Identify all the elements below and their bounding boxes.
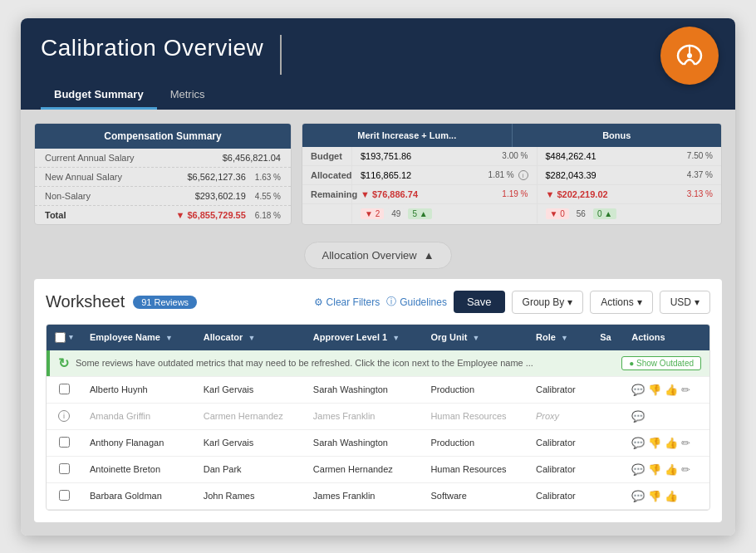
merit-remaining-row: Remaining ▼ $76,886.74 1.19 % ▼ $202,219… (302, 185, 721, 204)
merit-budget-label: Budget (302, 147, 352, 165)
merit-allocated-col2: $282,043.39 4.37 % (538, 166, 722, 185)
comp-current-label: Current Annual Salary (45, 153, 135, 163)
edit-icon-3[interactable]: ✏ (681, 463, 690, 476)
allocation-overview-toggle[interactable]: Allocation Overview ▲ (304, 242, 451, 269)
comp-nonsalary-values: $293,602.19 4.55 % (195, 191, 281, 201)
allocation-overview-bar-container: Allocation Overview ▲ (34, 235, 722, 269)
select-all-checkbox[interactable] (55, 332, 66, 343)
merit-allocated-row: Allocated $116,865.12 1.81 % i $282,043.… (302, 166, 721, 186)
merit-remaining-col1-pct: 1.19 % (502, 189, 528, 199)
cell-approver-2: Sarah Washington (305, 429, 423, 456)
cell-allocator-4: John Rames (195, 482, 305, 509)
cell-sa-3 (592, 456, 623, 482)
merit-header-row: Merit Increase + Lum... Bonus (302, 124, 721, 147)
cell-allocator-2: Karl Gervais (195, 429, 305, 456)
currency-chevron-icon: ▾ (695, 296, 700, 308)
thumb-up-icon-0[interactable]: 👍 (665, 384, 678, 396)
show-outdated-button[interactable]: ● Show Outdated (621, 356, 701, 370)
summary-section: Compensation Summary Current Annual Sala… (34, 123, 722, 225)
group-by-label: Group By (523, 296, 565, 308)
merit-remaining-col2-pct: 3.13 % (687, 189, 713, 199)
table-row: Anthony Flanagan Karl Gervais Sarah Wash… (47, 429, 709, 456)
allocation-overview-icon: ▲ (424, 249, 434, 262)
merit-budget-col1-val: $193,751.86 (361, 151, 411, 161)
comment-icon-0[interactable]: 💬 (631, 384, 645, 396)
cell-actions-3: 💬 👎 👍 ✏ (623, 456, 709, 482)
comment-icon-4[interactable]: 💬 (631, 490, 645, 502)
thumb-up-icon-2[interactable]: 👍 (665, 437, 678, 449)
row-checkbox-4[interactable] (59, 490, 70, 501)
actions-dropdown-button[interactable]: Actions ▾ (590, 291, 652, 314)
filter-approver-icon[interactable]: ▼ (392, 334, 400, 342)
thumb-down-icon-3[interactable]: 👎 (648, 463, 661, 476)
cell-actions-1: 💬 (623, 403, 709, 429)
thumb-up-icon-4[interactable]: 👍 (665, 490, 678, 502)
th-actions: Actions (623, 325, 709, 350)
logo-badge (660, 27, 719, 85)
comment-icon-1[interactable]: 💬 (631, 410, 645, 423)
cell-name-0: Alberto Huynh (81, 376, 195, 403)
comp-row-nonsalary: Non-Salary $293,602.19 4.55 % (35, 187, 291, 206)
logo-icon (673, 39, 706, 72)
merit-budget-col2-val: $484,262.41 (546, 151, 596, 161)
cell-org-3: Human Resources (422, 456, 528, 482)
group-by-button[interactable]: Group By ▾ (512, 291, 584, 314)
worksheet-header: Worksheet 91 Reviews ⚙ Clear Filters ⓘ G… (46, 291, 710, 314)
comment-icon-2[interactable]: 💬 (631, 437, 645, 449)
edit-icon-2[interactable]: ✏ (681, 437, 690, 449)
thumb-down-icon-4[interactable]: 👎 (648, 490, 661, 502)
filter-role-icon[interactable]: ▼ (561, 334, 568, 342)
table-row: Antoinette Breton Dan Park Carmen Hernan… (47, 456, 709, 482)
table-header-row: ▾ Employee Name ▼ Allocator ▼ (47, 325, 709, 350)
cell-role-1: Proxy (528, 403, 592, 429)
employee-table: ▾ Employee Name ▼ Allocator ▼ (47, 325, 709, 510)
merit-col1-header: Merit Increase + Lum... (302, 124, 513, 147)
cell-allocator-0: Karl Gervais (195, 376, 305, 403)
comment-icon-3[interactable]: 💬 (631, 463, 645, 476)
cell-approver-0: Sarah Washington (305, 376, 423, 403)
merit-budget-col2-pct: 7.50 % (687, 151, 713, 161)
row-checkbox-2[interactable] (59, 437, 70, 448)
thumb-up-icon-3[interactable]: 👍 (665, 463, 678, 476)
cell-name-4: Barbara Goldman (81, 482, 195, 509)
merit-allocated-col1-val: $116,865.12 (361, 170, 411, 180)
currency-button[interactable]: USD ▾ (660, 291, 710, 314)
thumb-down-icon-0[interactable]: 👎 (648, 384, 661, 396)
th-employee-name: Employee Name ▼ (81, 325, 195, 350)
merit-remaining-col2: ▼ $202,219.02 3.13 % (538, 185, 722, 203)
edit-icon-0[interactable]: ✏ (681, 384, 690, 396)
th-allocator: Allocator ▼ (195, 325, 305, 350)
outdated-row-content: ↻ Some reviews have outdated metrics tha… (47, 350, 709, 376)
merit-allocated-col1: $116,865.12 1.81 % i (352, 166, 538, 185)
thumb-down-icon-2[interactable]: 👎 (648, 437, 661, 449)
comp-nonsalary-pct: 4.55 % (255, 192, 281, 201)
cell-org-2: Production (422, 429, 528, 456)
app-container: Calibration Overview Budget Summary Metr… (21, 18, 735, 536)
clear-filters-button[interactable]: ⚙ Clear Filters (314, 296, 380, 308)
header-tabs: Budget Summary Metrics (41, 81, 715, 110)
comp-current-value: $6,456,821.04 (223, 153, 281, 163)
th-org-unit-label: Org Unit (430, 332, 467, 342)
th-sa: Sa (592, 325, 623, 350)
cell-name-1: Amanda Griffin (81, 403, 195, 429)
comp-total-values: ▼ $6,855,729.55 6.18 % (176, 210, 282, 220)
th-approver-label: Approver Level 1 (313, 332, 387, 342)
comp-total-label: Total (45, 210, 66, 220)
cell-actions-2: 💬 👎 👍 ✏ (623, 429, 709, 456)
page-title: Calibration Overview (41, 35, 282, 75)
filter-employee-icon[interactable]: ▼ (165, 334, 173, 342)
tab-metrics[interactable]: Metrics (157, 81, 218, 110)
th-allocator-label: Allocator (204, 332, 243, 342)
filter-allocator-icon[interactable]: ▼ (248, 334, 255, 342)
filter-orgunit-icon[interactable]: ▼ (472, 334, 479, 342)
cell-role-4: Calibrator (528, 482, 592, 509)
row-checkbox-0[interactable] (59, 384, 70, 394)
cell-name-2: Anthony Flanagan (81, 429, 195, 456)
info-circle-icon: ⓘ (386, 295, 396, 309)
row-checkbox-3[interactable] (59, 463, 70, 474)
tab-budget-summary[interactable]: Budget Summary (41, 81, 157, 110)
save-button[interactable]: Save (454, 291, 505, 313)
guidelines-button[interactable]: ⓘ Guidelines (386, 295, 447, 309)
clear-filters-label: Clear Filters (326, 296, 380, 308)
merit-remaining-col1: ▼ $76,886.74 1.19 % (352, 185, 538, 203)
